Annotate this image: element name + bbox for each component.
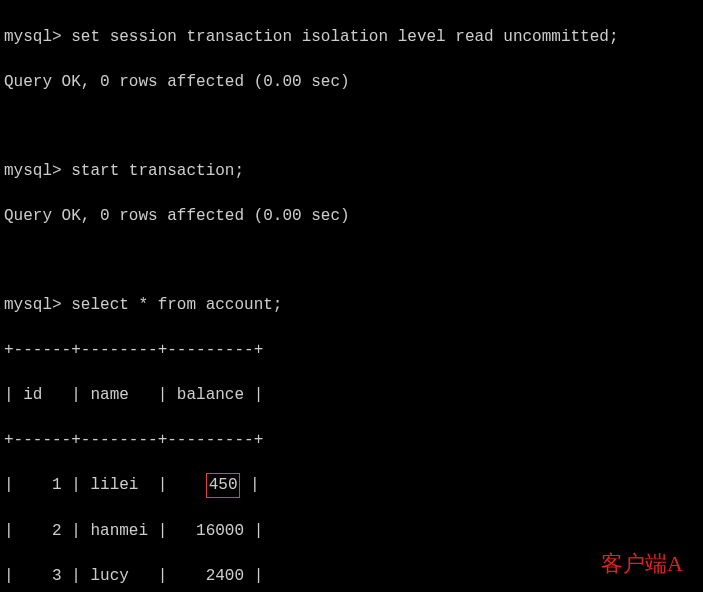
command-line-2: mysql> start transaction;	[4, 160, 699, 182]
command-line-1: mysql> set session transaction isolation…	[4, 26, 699, 48]
col-name: name	[90, 386, 128, 404]
table-border: +------+--------+---------+	[4, 429, 699, 451]
command-text: start transaction;	[71, 162, 244, 180]
col-balance: balance	[177, 386, 244, 404]
response-line: Query OK, 0 rows affected (0.00 sec)	[4, 205, 699, 227]
table-header: | id | name | balance |	[4, 384, 699, 406]
table-row: | 2 | hanmei | 16000 |	[4, 520, 699, 542]
prompt: mysql>	[4, 162, 62, 180]
terminal-output: mysql> set session transaction isolation…	[4, 4, 699, 592]
prompt: mysql>	[4, 28, 62, 46]
prompt: mysql>	[4, 296, 62, 314]
table-row: | 1 | lilei | 450 |	[4, 473, 699, 497]
highlighted-value: 450	[206, 473, 241, 497]
col-id: id	[23, 386, 42, 404]
command-text: set session transaction isolation level …	[71, 28, 618, 46]
command-text: select * from account;	[71, 296, 282, 314]
client-label: 客户端A	[601, 549, 683, 580]
response-line: Query OK, 0 rows affected (0.00 sec)	[4, 71, 699, 93]
table-border: +------+--------+---------+	[4, 339, 699, 361]
command-line-3: mysql> select * from account;	[4, 294, 699, 316]
table-row: | 3 | lucy | 2400 |	[4, 565, 699, 587]
